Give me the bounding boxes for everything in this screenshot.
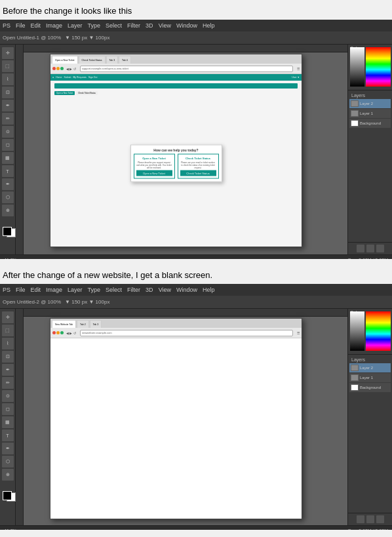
ps-menu-window-2[interactable]: Window [176, 287, 197, 293]
nav-home[interactable]: Home [56, 76, 62, 79]
browser-address-bar-2[interactable]: newwebsite.example.com [80, 330, 293, 336]
layer-item-2[interactable]: Layer 2 [349, 99, 391, 108]
ps-menu-select-2[interactable]: Select [106, 287, 122, 293]
tool-brush-2[interactable]: ✏ [2, 377, 14, 389]
ps-menu-layer[interactable]: Layer [68, 22, 83, 29]
tool-text[interactable]: T [2, 165, 14, 177]
browser-tab-2-3[interactable]: Tab 3 [90, 320, 102, 328]
open-ticket-btn[interactable]: Open a New Ticket [136, 170, 172, 176]
new-layer-icon-2[interactable] [357, 515, 364, 523]
browser-tab-2[interactable]: Check Ticket Status [79, 56, 106, 64]
check-ticket-btn[interactable]: Check Ticket Status [180, 170, 216, 176]
tool-shape[interactable]: ⬡ [2, 191, 14, 203]
browser-tab-4[interactable]: Tab 4 [119, 56, 131, 64]
option-check-title: Check Ticket Status [180, 156, 216, 159]
ps-foreground-color-2[interactable] [3, 491, 12, 500]
tool-crop[interactable]: ⊡ [2, 87, 14, 98]
layer-item-bg[interactable]: Background [349, 119, 391, 128]
ps-menu-select[interactable]: Select [106, 22, 122, 29]
layer-item-bgb[interactable]: Background [349, 383, 391, 392]
ps-menubar-1[interactable]: PS File Edit Image Layer Type Select Fil… [0, 20, 392, 31]
browser-tab-2-1[interactable]: New Website Tab [52, 320, 76, 328]
nav-user: User ▼ [292, 76, 300, 79]
ps-menu-3d-2[interactable]: 3D [146, 287, 153, 293]
ps-menu-edit[interactable]: Edit [31, 22, 41, 29]
delete-layer-icon-2[interactable] [366, 515, 374, 523]
tool-crop-2[interactable]: ⊡ [2, 351, 14, 363]
highlight-bar [54, 83, 298, 89]
ps-menu-image[interactable]: Image [46, 22, 62, 29]
ps-menu-ps-2[interactable]: PS [3, 287, 10, 293]
tool-text-2[interactable]: T [2, 429, 14, 441]
tool-brush[interactable]: ✏ [2, 113, 14, 125]
tool-clone-2[interactable]: ⊙ [2, 390, 14, 402]
nav-submit[interactable]: Submit [64, 76, 71, 79]
tool-select[interactable]: ⬚ [2, 60, 14, 72]
tool-eraser-2[interactable]: ◻ [2, 403, 14, 415]
tool-clone[interactable]: ⊙ [2, 126, 14, 138]
ps-menu-3d[interactable]: 3D [146, 22, 153, 29]
browser-chrome-1: ◀ ▶ ↺ support.example.com/open-a-new-tic… [50, 64, 302, 74]
delete-layer-icon[interactable] [366, 245, 374, 252]
ps-menu-view[interactable]: View [159, 22, 171, 29]
ps-menu-filter[interactable]: Filter [127, 22, 140, 29]
nav-signout[interactable]: Sign Out [88, 76, 98, 79]
browser-tabs-row-2: New Website Tab Tab 2 Tab 3 [50, 319, 302, 328]
page-nav-1: ● Home Submit My Requests Sign Out User … [50, 74, 302, 81]
color-gradient-2[interactable] [366, 311, 391, 351]
tool-pen[interactable]: ✒ [2, 178, 14, 190]
ps-menu-help[interactable]: Help [203, 22, 215, 29]
ps-panels-1: Color Layers Layer 2 Layer 1 Background [347, 45, 392, 254]
option-check-desc: Please use your email or ticket number t… [180, 161, 216, 169]
layer-item-1b[interactable]: Layer 1 [349, 373, 391, 382]
ps-canvas-size: ▼ 150 px ▼ 100px [65, 35, 109, 41]
layer-mask-icon[interactable] [376, 245, 384, 252]
layer-item-2b[interactable]: Layer 2 [349, 363, 391, 372]
ps-menu-edit-2[interactable]: Edit [31, 287, 41, 293]
ps-menu-filter-2[interactable]: Filter [127, 287, 140, 293]
nav-logo: ● [52, 76, 54, 79]
tool-pen-2[interactable]: ✒ [2, 443, 14, 454]
tool-gradient[interactable]: ▦ [2, 152, 14, 164]
tool-move-2[interactable]: ✛ [2, 311, 14, 323]
tool-lasso[interactable]: ⌇ [2, 73, 14, 85]
ps-menu-type-2[interactable]: Type [88, 287, 101, 293]
ps-canvas-1: Open a New Ticket Check Ticket Status Ta… [50, 54, 302, 247]
tool-zoom-2[interactable]: ⊕ [2, 469, 14, 481]
tool-eyedrop[interactable]: ✒ [2, 100, 14, 111]
tool-lasso-2[interactable]: ⌇ [2, 338, 14, 349]
tool-eraser[interactable]: ◻ [2, 139, 14, 151]
ps-menubar-2[interactable]: PS File Edit Image Layer Type Select Fil… [0, 284, 392, 296]
ps-bottom-icons-1 [348, 242, 392, 254]
tool-zoom[interactable]: ⊕ [2, 205, 14, 216]
bw-gradient[interactable] [350, 47, 364, 87]
ticket-dialog: How can we help you today? Open a New Ti… [130, 144, 222, 182]
nav-requests[interactable]: My Requests [73, 76, 86, 79]
color-gradient[interactable] [366, 47, 391, 87]
tool-select-2[interactable]: ⬚ [2, 325, 14, 336]
tool-shape-2[interactable]: ⬡ [2, 456, 14, 467]
ps-menu-help-2[interactable]: Help [203, 287, 215, 293]
browser-tab-1[interactable]: Open a New Ticket [52, 56, 78, 64]
ps-menu-type[interactable]: Type [88, 22, 101, 29]
ps-menu-file-2[interactable]: File [16, 287, 26, 293]
bw-gradient-2[interactable] [350, 311, 364, 351]
browser-address-bar-1[interactable]: support.example.com/open-a-new-ticket [80, 66, 293, 72]
browser-tab-3[interactable]: Tab 3 [106, 56, 119, 64]
ps-menu-view-2[interactable]: View [159, 287, 171, 293]
ps-foreground-color[interactable] [3, 227, 12, 236]
tool-eyedrop-2[interactable]: ✒ [2, 364, 14, 376]
ps-option-label-2: Open Untitled-2 @ 100% [3, 299, 61, 305]
ps-menu-file[interactable]: File [16, 22, 26, 29]
ps-menu-image-2[interactable]: Image [46, 287, 62, 293]
tool-move[interactable]: ✛ [2, 47, 14, 59]
new-layer-icon[interactable] [357, 245, 364, 252]
layer-item-1[interactable]: Layer 1 [349, 109, 391, 118]
ps-menu-window[interactable]: Window [176, 22, 197, 29]
browser-tab-2-2[interactable]: Tab 2 [77, 320, 89, 328]
page-content-1: ● Home Submit My Requests Sign Out User … [50, 74, 302, 247]
tool-gradient-2[interactable]: ▦ [2, 416, 14, 428]
ps-menu-layer-2[interactable]: Layer [68, 287, 83, 293]
ps-menu-ps[interactable]: PS [3, 22, 10, 29]
layer-mask-icon-2[interactable] [376, 515, 384, 523]
